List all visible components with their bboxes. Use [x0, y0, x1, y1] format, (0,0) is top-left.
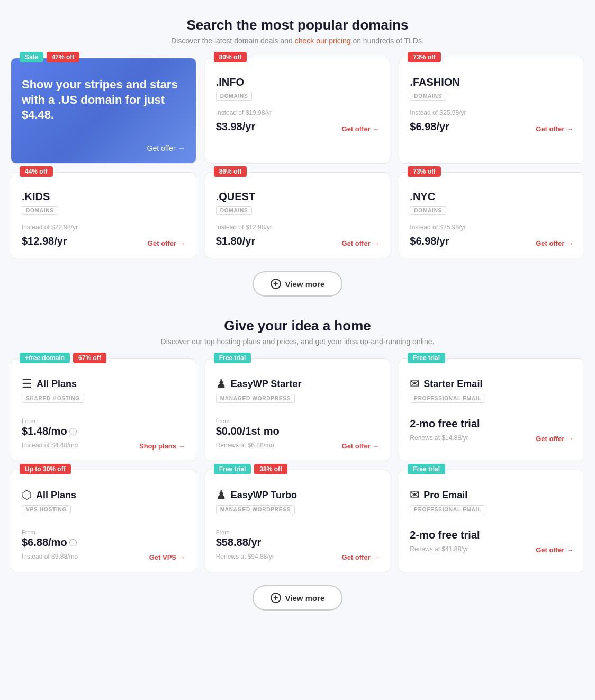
shared-hosting-name: All Plans	[37, 379, 77, 390]
hosting-section: Give your idea a home Discover our top h…	[11, 318, 584, 611]
kids-cta[interactable]: Get offer →	[148, 239, 185, 247]
starter-email-icon: ✉	[410, 377, 419, 391]
pro-email-price: 2-mo free trial	[410, 529, 573, 541]
vps-cta[interactable]: Get VPS →	[149, 553, 185, 561]
nyc-discount-badge: 73% off	[408, 166, 441, 177]
easywp-turbo-from: From	[216, 529, 380, 535]
shared-price: $1.48/mo	[22, 425, 67, 437]
easywp-starter-icon: ♟	[216, 377, 227, 391]
nyc-price: $6.98/yr	[410, 235, 449, 247]
easywp-starter-cta[interactable]: Get offer →	[342, 442, 380, 450]
shared-cta[interactable]: Shop plans →	[139, 442, 185, 450]
quest-domain-card: 86% off .QUEST DOMAINS Instead of $12.98…	[205, 172, 391, 258]
easywp-turbo-card: Free trial 38% off ♟ EasyWP Turbo MANAGE…	[205, 470, 391, 572]
easywp-starter-name: EasyWP Starter	[231, 379, 302, 390]
info-cta[interactable]: Get offer →	[342, 125, 380, 133]
shared-discount-badge: 67% off	[73, 353, 106, 363]
easywp-starter-badge-row: Free trial	[214, 353, 251, 363]
starter-email-free-trial-badge: Free trial	[408, 353, 445, 363]
nyc-price-row: $6.98/yr Get offer →	[410, 235, 573, 247]
nyc-domain-name: .NYC	[410, 191, 573, 203]
info-discount-badge: 80% off	[214, 52, 247, 62]
starter-email-title-row: ✉ Starter Email	[410, 377, 573, 391]
starter-email-cta[interactable]: Get offer →	[536, 435, 573, 443]
fashion-price-row: $6.98/yr Get offer →	[410, 121, 573, 133]
quest-instead: Instead of $12.98/yr	[216, 223, 380, 231]
shared-title-row: ☰ All Plans	[22, 377, 185, 391]
easywp-starter-title-row: ♟ EasyWP Starter	[216, 377, 380, 391]
hosting-subtitle: Discover our top hosting plans and price…	[11, 337, 584, 346]
hosting-title: Give your idea a home	[11, 318, 584, 334]
vps-badge-row: Up to 30% off	[20, 464, 71, 474]
easywp-turbo-discount-badge: 38% off	[254, 464, 287, 474]
pro-email-free-trial-badge: Free trial	[408, 464, 445, 474]
hosting-view-more-label: View more	[285, 594, 325, 603]
easywp-turbo-price: $58.88/yr	[216, 536, 380, 549]
starter-email-price: 2-mo free trial	[410, 418, 573, 430]
pro-email-cta[interactable]: Get offer →	[536, 546, 573, 554]
shared-hosting-icon: ☰	[22, 377, 32, 391]
vps-type: VPS HOSTING	[22, 505, 71, 514]
starter-email-badge-row: Free trial	[408, 353, 445, 363]
hosting-plus-icon: +	[271, 593, 281, 603]
info-badge-row: 80% off	[214, 52, 247, 62]
domains-title: Search the most popular domains	[11, 17, 584, 33]
pricing-link[interactable]: check our pricing	[295, 37, 351, 45]
info-tooltip-icon[interactable]: i	[69, 428, 77, 435]
easywp-starter-instead: Renews at $6.88/mo	[216, 442, 274, 449]
easywp-starter-price: $0.00/1st mo	[216, 425, 380, 437]
easywp-turbo-free-trial-badge: Free trial	[214, 464, 251, 474]
shared-price-row: Instead of $4.48/mo Shop plans →	[22, 442, 185, 450]
pro-email-instead: Renews at $41.88/yr	[410, 545, 468, 553]
domains-view-more-button[interactable]: + View more	[253, 271, 343, 297]
sale-badge: Sale	[20, 52, 43, 62]
shared-from: From	[22, 418, 185, 424]
nyc-cta[interactable]: Get offer →	[536, 239, 573, 247]
easywp-starter-type: MANAGED WORDPRESS	[216, 394, 295, 403]
easywp-turbo-price-row: Renews at $94.88/yr Get offer →	[216, 553, 380, 561]
pro-email-card: Free trial ✉ Pro Email PROFESSIONAL EMAI…	[399, 470, 584, 572]
kids-price-row: $12.98/yr Get offer →	[22, 235, 185, 247]
starter-email-type: PROFESSIONAL EMAIL	[410, 394, 485, 403]
free-domain-badge: +free domain	[20, 353, 70, 363]
pro-email-icon: ✉	[410, 488, 419, 502]
pro-email-type: PROFESSIONAL EMAIL	[410, 505, 485, 514]
featured-cta[interactable]: Get offer →	[22, 144, 185, 152]
kids-badge-row: 44% off	[20, 166, 53, 177]
info-price-row: $3.98/yr Get offer →	[216, 121, 380, 133]
vps-discount-badge: Up to 30% off	[20, 464, 71, 474]
info-domain-type: DOMAINS	[216, 92, 253, 101]
vps-name: All Plans	[36, 490, 76, 501]
shared-hosting-type: SHARED HOSTING	[22, 394, 84, 403]
easywp-turbo-name: EasyWP Turbo	[231, 490, 297, 501]
easywp-turbo-cta[interactable]: Get offer →	[342, 553, 380, 561]
featured-badge-row: Sale 47% off	[20, 52, 79, 62]
easywp-starter-card: Free trial ♟ EasyWP Starter MANAGED WORD…	[205, 358, 391, 461]
vps-info-icon[interactable]: i	[69, 539, 77, 546]
fashion-domain-card: 73% off .FASHION DOMAINS Instead of $25.…	[399, 58, 584, 164]
domains-view-more-label: View more	[285, 280, 325, 289]
featured-us-domain-card: Sale 47% off Show your stripes and stars…	[11, 58, 196, 164]
quest-cta[interactable]: Get offer →	[342, 239, 380, 247]
nyc-domain-type: DOMAINS	[410, 206, 446, 215]
kids-instead: Instead of $22.98/yr	[22, 223, 185, 231]
shared-instead: Instead of $4.48/mo	[22, 442, 78, 449]
shared-badge-row: +free domain 67% off	[20, 353, 106, 363]
starter-email-price-block: 2-mo free trial Renews at $14.88/yr Get …	[410, 418, 573, 443]
fashion-instead: Instead of $25.98/yr	[410, 109, 573, 116]
vps-title-row: ⬡ All Plans	[22, 488, 185, 502]
shared-price-with-info: $1.48/mo i	[22, 425, 185, 437]
pro-email-price-row: Renews at $41.88/yr Get offer →	[410, 545, 573, 554]
quest-domain-type: DOMAINS	[216, 206, 253, 215]
vps-icon: ⬡	[22, 488, 32, 502]
vps-price-row: Instead of $9.88/mo Get VPS →	[22, 553, 185, 561]
domains-grid: Sale 47% off Show your stripes and stars…	[11, 58, 584, 258]
easywp-starter-price-row: Renews at $6.88/mo Get offer →	[216, 442, 380, 450]
starter-email-card: Free trial ✉ Starter Email PROFESSIONAL …	[399, 358, 584, 461]
kids-price: $12.98/yr	[22, 235, 67, 247]
kids-discount-badge: 44% off	[20, 166, 53, 177]
fashion-cta[interactable]: Get offer →	[536, 125, 573, 133]
hosting-view-more-button[interactable]: + View more	[253, 585, 343, 611]
shared-hosting-card: +free domain 67% off ☰ All Plans SHARED …	[11, 358, 196, 461]
info-instead: Instead of $19.98/yr	[216, 109, 380, 116]
